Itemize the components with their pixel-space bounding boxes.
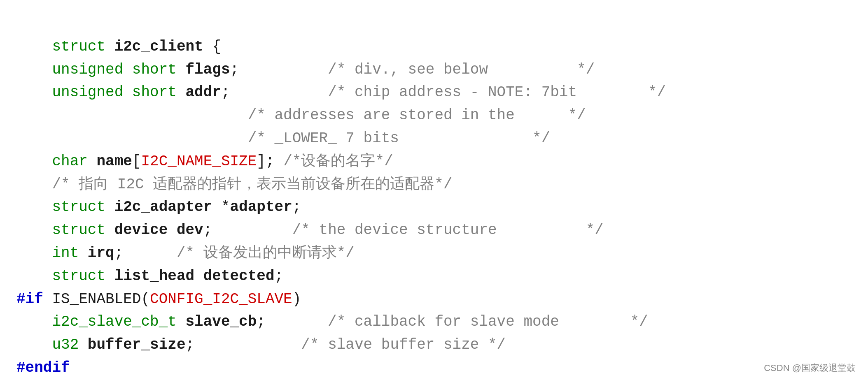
- line-addr: unsigned short addr; /* chip address - N…: [16, 84, 666, 101]
- line-endif: #endif: [16, 359, 70, 376]
- line-comment1: /* addresses are stored in the */: [16, 107, 586, 124]
- line-dev: struct device dev; /* the device structu…: [16, 222, 604, 239]
- line-detected: struct list_head detected;: [16, 268, 283, 285]
- code-block: struct i2c_client { unsigned short flags…: [16, 12, 852, 380]
- watermark: CSDN @国家级退堂鼓: [764, 362, 856, 374]
- line-comment2: /* _LOWER_ 7 bits */: [16, 130, 550, 147]
- line-ifdef: #if IS_ENABLED(CONFIG_I2C_SLAVE): [16, 291, 301, 308]
- line-adapter: struct i2c_adapter *adapter;: [16, 199, 301, 215]
- line-buffer-size: u32 buffer_size; /* slave buffer size */: [16, 336, 506, 353]
- line-slave-cb: i2c_slave_cb_t slave_cb; /* callback for…: [16, 313, 648, 330]
- line-struct-def: struct i2c_client {: [52, 38, 221, 55]
- code-container: struct i2c_client { unsigned short flags…: [0, 0, 868, 380]
- line-irq: int irq; /* 设备发出的中断请求*/: [16, 245, 355, 262]
- line-comment3: /* 指向 I2C 适配器的指针，表示当前设备所在的适配器*/: [16, 176, 452, 193]
- line-flags: unsigned short flags; /* div., see below…: [16, 61, 595, 78]
- line-name: char name[I2C_NAME_SIZE]; /*设备的名字*/: [16, 153, 393, 170]
